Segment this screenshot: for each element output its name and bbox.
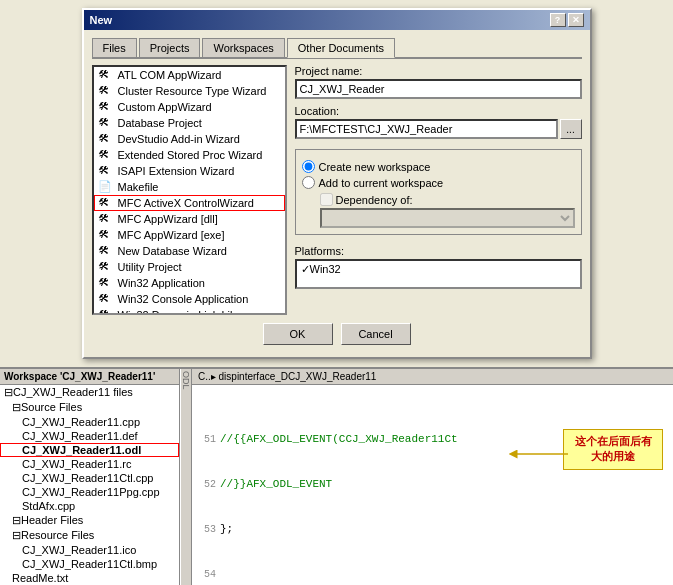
tree-item-label: CJ_XWJ_Reader11.odl (22, 444, 141, 456)
file-tree: Workspace 'CJ_XWJ_Reader11' ⊟CJ_XWJ_Read… (0, 369, 180, 585)
tab-workspaces[interactable]: Workspaces (202, 38, 284, 57)
list-item[interactable]: 🛠 Database Project (94, 115, 285, 131)
item-label: DevStudio Add-in Wizard (118, 133, 240, 145)
app-icon: 🛠 (98, 164, 114, 178)
item-label: ISAPI Extension Wizard (118, 165, 235, 177)
item-label: Custom AppWizard (118, 101, 212, 113)
tree-item-odl[interactable]: CJ_XWJ_Reader11.odl (0, 443, 179, 457)
file-icon: 📄 (98, 180, 114, 194)
tree-item[interactable]: CJ_XWJ_Reader11.cpp (0, 415, 179, 429)
create-workspace-radio[interactable] (302, 160, 315, 173)
list-item[interactable]: 🛠 MFC AppWizard [dll] (94, 211, 285, 227)
list-item[interactable]: 🛠 New Database Wizard (94, 243, 285, 259)
tree-item-label: ReadMe.txt (12, 572, 68, 584)
list-item[interactable]: 🛠 Win32 Console Application (94, 291, 285, 307)
tree-item[interactable]: CJ_XWJ_Reader11Ppg.cpp (0, 485, 179, 499)
cancel-button[interactable]: Cancel (341, 323, 411, 345)
create-workspace-option[interactable]: Create new workspace (302, 160, 575, 173)
dependency-checkbox[interactable] (320, 193, 333, 206)
tree-item[interactable]: CJ_XWJ_Reader11.ico (0, 543, 179, 557)
help-button[interactable]: ? (550, 13, 566, 27)
list-item[interactable]: 🛠 Custom AppWizard (94, 99, 285, 115)
code-breadcrumb: C..▸ dispinterface_DCJ_XWJ_Reader11 (198, 371, 376, 382)
list-item[interactable]: 🛠 Win32 Application (94, 275, 285, 291)
titlebar-buttons: ? ✕ (550, 13, 584, 27)
add-workspace-radio[interactable] (302, 176, 315, 189)
app-icon: 🛠 (98, 196, 114, 210)
item-label: Cluster Resource Type Wizard (118, 85, 267, 97)
item-label: Utility Project (118, 261, 182, 273)
platforms-label: Platforms: (295, 245, 582, 257)
project-list[interactable]: 🛠 ATL COM AppWizard 🛠 Cluster Resource T… (92, 65, 287, 315)
add-workspace-label: Add to current workspace (319, 177, 444, 189)
platform-item[interactable]: ✓Win32 (301, 263, 576, 276)
top-section: New ? ✕ Files Projects Workspaces Other … (0, 0, 673, 367)
item-label: Win32 Dynamic-Link Library (118, 309, 256, 315)
list-item[interactable]: 🛠 DevStudio Add-in Wizard (94, 131, 285, 147)
list-item-mfc-activex[interactable]: 🛠 MFC ActiveX ControlWizard (94, 195, 285, 211)
tab-other-documents[interactable]: Other Documents (287, 38, 395, 58)
project-name-group: Project name: (295, 65, 582, 99)
tree-item[interactable]: CJ_XWJ_Reader11Ctl.cpp (0, 471, 179, 485)
tree-item[interactable]: ⊟Header Files (0, 513, 179, 528)
dependency-label: Dependency of: (336, 194, 413, 206)
add-workspace-option[interactable]: Add to current workspace (302, 176, 575, 189)
annotation-arrow-svg (508, 444, 568, 464)
list-item[interactable]: 🛠 MFC AppWizard [exe] (94, 227, 285, 243)
tree-item[interactable]: ReadMe.txt (0, 571, 179, 585)
list-item[interactable]: 🛠 ATL COM AppWizard (94, 67, 285, 83)
bottom-section: Workspace 'CJ_XWJ_Reader11' ⊟CJ_XWJ_Read… (0, 367, 673, 585)
tree-item[interactable]: CJ_XWJ_Reader11.def (0, 429, 179, 443)
annotation-bubble: 这个在后面后有大的用途 (563, 429, 663, 470)
app-icon: 🛠 (98, 84, 114, 98)
list-item[interactable]: 🛠 Cluster Resource Type Wizard (94, 83, 285, 99)
tree-item[interactable]: ⊟CJ_XWJ_Reader11 files (0, 385, 179, 400)
tree-item-label: StdAfx.cpp (22, 500, 75, 512)
list-item[interactable]: 🛠 Extended Stored Proc Wizard (94, 147, 285, 163)
project-name-input[interactable] (295, 79, 582, 99)
dialog-buttons: OK Cancel (92, 323, 582, 349)
list-item[interactable]: 📄 Makefile (94, 179, 285, 195)
list-item[interactable]: 🛠 ISAPI Extension Wizard (94, 163, 285, 179)
tree-item[interactable]: CJ_XWJ_Reader11.rc (0, 457, 179, 471)
gutter-label: ODL (181, 371, 191, 390)
tree-item[interactable]: ⊟Source Files (0, 400, 179, 415)
tab-bar: Files Projects Workspaces Other Document… (92, 38, 582, 59)
app-icon: 🛠 (98, 276, 114, 290)
code-content: 51 //{{AFX_ODL_EVENT(CCJ_XWJ_Reader11Ct … (192, 385, 673, 585)
tree-header: Workspace 'CJ_XWJ_Reader11' (0, 369, 179, 385)
dependency-checkbox-item: Dependency of: (320, 193, 575, 206)
dialog-title: New (90, 14, 113, 26)
tab-projects[interactable]: Projects (139, 38, 201, 57)
tree-item[interactable]: ⊟Resource Files (0, 528, 179, 543)
app-icon: 🛠 (98, 148, 114, 162)
ok-button[interactable]: OK (263, 323, 333, 345)
list-item[interactable]: 🛠 Utility Project (94, 259, 285, 275)
code-header: C..▸ dispinterface_DCJ_XWJ_Reader11 (192, 369, 673, 385)
dependency-select[interactable] (320, 208, 575, 228)
item-label: ATL COM AppWizard (118, 69, 222, 81)
location-input[interactable] (295, 119, 558, 139)
code-line: 54 (192, 567, 673, 582)
dialog-form: Project name: Location: ... (295, 65, 582, 315)
code-line: 52 //}}AFX_ODL_EVENT (192, 477, 673, 492)
location-group: Location: ... (295, 105, 582, 139)
tree-item[interactable]: StdAfx.cpp (0, 499, 179, 513)
radio-group: Create new workspace Add to current work… (302, 160, 575, 189)
close-button[interactable]: ✕ (568, 13, 584, 27)
tree-item-label: CJ_XWJ_Reader11Ctl.cpp (22, 472, 153, 484)
list-item[interactable]: 🛠 Win32 Dynamic-Link Library (94, 307, 285, 315)
browse-button[interactable]: ... (560, 119, 582, 139)
tree-item-label: ⊟Source Files (12, 401, 82, 414)
app-icon: 🛠 (98, 212, 114, 226)
item-label: MFC AppWizard [exe] (118, 229, 225, 241)
app-icon: 🛠 (98, 228, 114, 242)
item-label: Extended Stored Proc Wizard (118, 149, 263, 161)
tab-files[interactable]: Files (92, 38, 137, 57)
tree-item[interactable]: CJ_XWJ_Reader11Ctl.bmp (0, 557, 179, 571)
tree-item-label: ⊟Resource Files (12, 529, 94, 542)
platforms-list: ✓Win32 (295, 259, 582, 289)
item-label: Win32 Application (118, 277, 205, 289)
item-label: Database Project (118, 117, 202, 129)
code-editor[interactable]: C..▸ dispinterface_DCJ_XWJ_Reader11 51 /… (192, 369, 673, 585)
